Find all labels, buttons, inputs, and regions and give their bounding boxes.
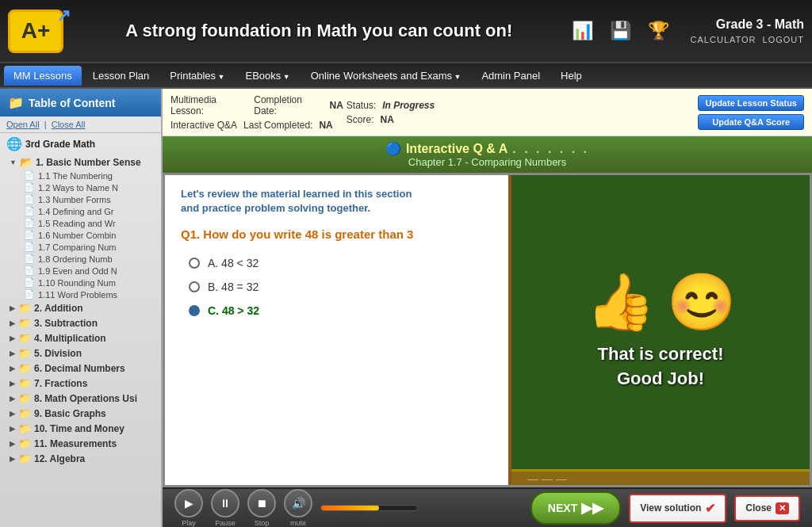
triangle-icon-4: ▶ bbox=[10, 334, 15, 342]
folder-icon-7: 📁 bbox=[18, 377, 31, 389]
nav-ebooks[interactable]: EBooks bbox=[236, 66, 300, 86]
correct-line1: That is correct! bbox=[598, 344, 724, 364]
chapter-6-label: 6. Decimal Numbers bbox=[34, 363, 125, 374]
sidebar-folder-icon: 📁 bbox=[8, 95, 24, 110]
calculator-button[interactable]: CALCULATOR bbox=[691, 35, 756, 44]
smiley-icon: 😊 bbox=[667, 269, 736, 334]
triangle-icon-10: ▶ bbox=[10, 425, 15, 433]
mute-button[interactable]: 🔊 bbox=[284, 489, 312, 517]
doc-icon-1-2: 📄 bbox=[24, 182, 35, 193]
tree-root-icon: 🌐 bbox=[6, 136, 22, 151]
next-button[interactable]: NEXT ▶▶ bbox=[530, 491, 621, 525]
divider: | bbox=[44, 120, 47, 129]
app-header: A+ ↗ A strong foundation in Math you can… bbox=[0, 0, 812, 63]
tree-chapter-6[interactable]: ▶ 📁 6. Decimal Numbers bbox=[0, 361, 161, 376]
tree-chapter-5[interactable]: ▶ 📁 5. Division bbox=[0, 346, 161, 361]
sidebar: 📁 Table of Content Open All | Close All … bbox=[0, 89, 163, 527]
tree-chapter-12[interactable]: ▶ 📁 12. Algebra bbox=[0, 451, 161, 466]
doc-icon-1-11: 📄 bbox=[24, 289, 35, 300]
nav-printables[interactable]: Printables bbox=[160, 66, 234, 86]
status-label: Status: bbox=[347, 100, 376, 111]
nav-help[interactable]: Help bbox=[551, 66, 592, 86]
close-all-link[interactable]: Close All bbox=[52, 120, 86, 129]
tree-sub-1-4[interactable]: 📄 1.4 Defining and Gr bbox=[0, 205, 161, 217]
pause-button[interactable]: ⏸ bbox=[211, 489, 239, 517]
multimedia-label: Multimedia Lesson: bbox=[170, 94, 247, 116]
qa-option-c[interactable]: C. 48 > 32 bbox=[189, 304, 492, 317]
sub-1-9-label: 1.9 Even and Odd N bbox=[38, 266, 117, 276]
tree-chapter-8[interactable]: ▶ 📁 8. Math Operations Usi bbox=[0, 391, 161, 406]
update-lesson-button[interactable]: Update Lesson Status bbox=[698, 95, 804, 111]
view-solution-label: View solution bbox=[640, 502, 701, 514]
pause-control: ⏸ Pause bbox=[211, 489, 239, 527]
sub-1-1-label: 1.1 The Numbering bbox=[38, 171, 113, 181]
qa-subtitle: Chapter 1.7 - Comparing Numbers bbox=[408, 156, 566, 168]
nav-bar: MM Lessons Lesson Plan Printables EBooks… bbox=[0, 63, 812, 89]
status-bar: Multimedia Lesson: Completion Date: NA I… bbox=[163, 89, 812, 136]
play-button[interactable]: ▶ bbox=[174, 489, 203, 517]
doc-icon-1-5: 📄 bbox=[24, 218, 35, 228]
radio-c[interactable] bbox=[189, 305, 200, 316]
nav-lesson-plan[interactable]: Lesson Plan bbox=[83, 66, 159, 86]
update-qa-button[interactable]: Update Q&A Score bbox=[698, 114, 804, 130]
radio-a[interactable] bbox=[189, 258, 200, 269]
doc-icon-1-10: 📄 bbox=[24, 277, 35, 288]
doc-icon-1-9: 📄 bbox=[24, 265, 35, 276]
triangle-icon: ▼ bbox=[10, 158, 17, 166]
controls-bar: ▶ Play ⏸ Pause ⏹ Stop 🔊 mute bbox=[163, 487, 812, 527]
chalkboard-area: 👍 😊 That is correct! Good Job! — — — bbox=[508, 175, 810, 485]
tree-sub-1-6[interactable]: 📄 1.6 Number Combin bbox=[0, 229, 161, 241]
view-icon: ✔ bbox=[705, 501, 715, 516]
logout-button[interactable]: LOGOUT bbox=[763, 35, 804, 44]
tree-chapter-7[interactable]: ▶ 📁 7. Fractions bbox=[0, 376, 161, 391]
triangle-icon-11: ▶ bbox=[10, 440, 15, 448]
tree-chapter-1[interactable]: ▼ 📂 1. Basic Number Sense bbox=[0, 155, 161, 170]
thumbs-up-icon: 👍 bbox=[586, 269, 655, 334]
qa-option-a-label: A. 48 < 32 bbox=[208, 257, 259, 269]
mute-label: mute bbox=[290, 519, 306, 527]
triangle-icon-3: ▶ bbox=[10, 319, 15, 327]
tree-chapter-10[interactable]: ▶ 📁 10. Time and Money bbox=[0, 421, 161, 436]
qa-option-c-label: C. 48 > 32 bbox=[208, 304, 259, 317]
tree-sub-1-1[interactable]: 📄 1.1 The Numbering bbox=[0, 170, 161, 181]
progress-bar[interactable] bbox=[320, 505, 418, 511]
chapter-7-label: 7. Fractions bbox=[34, 378, 87, 389]
close-button[interactable]: Close ✕ bbox=[734, 495, 800, 521]
tree-sub-1-3[interactable]: 📄 1.3 Number Forms bbox=[0, 193, 161, 205]
sub-1-5-label: 1.5 Reading and Wr bbox=[38, 219, 116, 228]
nav-mm-lessons[interactable]: MM Lessons bbox=[4, 66, 82, 86]
folder-icon-9: 📁 bbox=[18, 407, 31, 419]
triangle-icon-12: ▶ bbox=[10, 455, 15, 463]
tree-chapter-9[interactable]: ▶ 📁 9. Basic Graphs bbox=[0, 406, 161, 421]
chapter-1-label: 1. Basic Number Sense bbox=[36, 157, 141, 168]
qa-content: Let's review the material learned in thi… bbox=[163, 173, 812, 487]
header-icons: 📊 💾 🏆 bbox=[567, 15, 675, 47]
status-buttons: Update Lesson Status Update Q&A Score bbox=[698, 95, 804, 130]
view-solution-button[interactable]: View solution ✔ bbox=[629, 494, 726, 523]
triangle-icon-9: ▶ bbox=[10, 410, 15, 418]
tree-sub-1-10[interactable]: 📄 1.10 Rounding Num bbox=[0, 277, 161, 288]
play-label: Play bbox=[182, 519, 196, 527]
nav-worksheets[interactable]: Online Worksheets and Exams bbox=[301, 66, 471, 86]
tree-sub-1-2[interactable]: 📄 1.2 Ways to Name N bbox=[0, 181, 161, 193]
doc-icon-1-6: 📄 bbox=[24, 230, 35, 240]
tree-chapter-2[interactable]: ▶ 📁 2. Addition bbox=[0, 300, 161, 315]
tree-root[interactable]: 🌐 3rd Grade Math bbox=[0, 133, 161, 155]
tree-sub-1-5[interactable]: 📄 1.5 Reading and Wr bbox=[0, 217, 161, 229]
qa-option-b[interactable]: B. 48 = 32 bbox=[189, 281, 492, 293]
nav-admin[interactable]: Admin Panel bbox=[472, 66, 550, 86]
chapter-8-label: 8. Math Operations Usi bbox=[34, 393, 137, 404]
tree-sub-1-8[interactable]: 📄 1.8 Ordering Numb bbox=[0, 253, 161, 265]
tree-sub-1-9[interactable]: 📄 1.9 Even and Odd N bbox=[0, 265, 161, 277]
tree-chapter-3[interactable]: ▶ 📁 3. Subtraction bbox=[0, 315, 161, 330]
qa-intro-line2: and practice problem solving together. bbox=[181, 202, 370, 214]
stop-button[interactable]: ⏹ bbox=[247, 489, 276, 517]
tree-chapter-4[interactable]: ▶ 📁 4. Multiplication bbox=[0, 330, 161, 346]
tree-chapter-11[interactable]: ▶ 📁 11. Measurements bbox=[0, 436, 161, 451]
qa-header: 🔵 Interactive Q & A . . . . . . . Chapte… bbox=[163, 136, 812, 173]
radio-b[interactable] bbox=[189, 281, 200, 292]
tree-sub-1-11[interactable]: 📄 1.11 Word Problems bbox=[0, 288, 161, 300]
tree-sub-1-7[interactable]: 📄 1.7 Comparing Num bbox=[0, 241, 161, 253]
qa-option-a[interactable]: A. 48 < 32 bbox=[189, 257, 492, 269]
open-all-link[interactable]: Open All bbox=[6, 120, 40, 129]
